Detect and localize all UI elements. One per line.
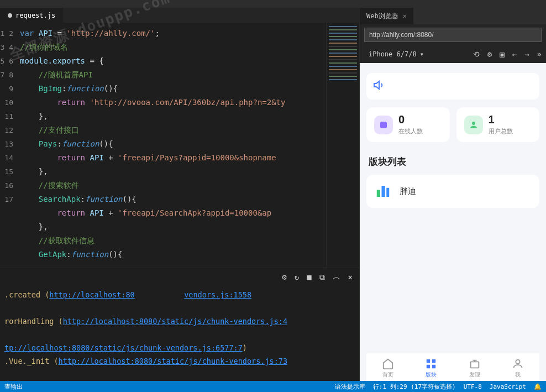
users-count: 1	[489, 114, 513, 125]
board-item[interactable]: 胖迪	[373, 181, 533, 201]
minimap[interactable]	[326, 23, 359, 268]
person-icon	[512, 358, 524, 370]
online-label: 在线人数	[398, 127, 423, 135]
svg-rect-0	[380, 122, 387, 128]
devtools-icon[interactable]: ▣	[500, 50, 504, 59]
board-name: 胖迪	[400, 186, 416, 197]
svg-point-10	[516, 360, 519, 364]
preview-viewport[interactable]: 0 在线人数 1 用户总数 版块列表	[360, 63, 546, 381]
tab-label: request.js	[15, 12, 55, 19]
line-gutter: 1 2 3 4 5 6 7 8 9 10 11 12 13 14 15 16 1…	[0, 23, 17, 268]
forward-icon[interactable]: →	[524, 50, 529, 59]
popout-icon[interactable]: ⧉	[319, 273, 325, 282]
url-input[interactable]	[364, 28, 542, 42]
svg-rect-4	[386, 188, 389, 197]
status-syntax[interactable]: 语法提示库	[335, 383, 365, 391]
svg-rect-2	[377, 190, 380, 197]
status-bar: 查输出 语法提示库 行:1 列:29 (17字符被选择) UTF-8 JavaS…	[0, 381, 546, 392]
board-list: 胖迪	[366, 175, 539, 208]
svg-rect-6	[432, 359, 435, 363]
chevron-up-icon[interactable]: ︿	[333, 272, 340, 282]
cube-icon	[374, 116, 393, 134]
section-title: 版块列表	[369, 155, 537, 168]
status-output[interactable]: 查输出	[4, 383, 23, 391]
svg-rect-8	[432, 365, 435, 368]
code-content[interactable]: var API = 'http://ahlly.com/'; //填你的域名 m…	[17, 23, 326, 268]
browser-tab[interactable]: Web浏览器 ✕	[360, 8, 413, 24]
editor-tab-bar: request.js	[0, 8, 359, 23]
bottom-nav: 首页 版块 发现 我	[366, 353, 539, 381]
online-card[interactable]: 0 在线人数	[366, 107, 450, 142]
user-icon	[464, 116, 483, 134]
nav-home[interactable]: 首页	[382, 358, 394, 379]
browser-toolbar: iPhone 6/7/8 ▾ ⟲ ⚙ ▣ ← → »	[360, 45, 546, 63]
board-icon	[373, 181, 393, 201]
status-encoding[interactable]: UTF-8	[464, 383, 482, 390]
grid-icon	[425, 358, 437, 370]
home-icon	[382, 358, 394, 370]
restart-icon[interactable]: ↻	[295, 273, 299, 281]
svg-rect-5	[427, 359, 430, 363]
svg-rect-3	[382, 186, 385, 197]
svg-point-1	[472, 122, 475, 125]
bug-icon[interactable]: ⚙	[282, 273, 286, 281]
chevron-down-icon: ▾	[420, 50, 424, 58]
more-icon[interactable]: »	[537, 50, 542, 59]
device-selector[interactable]: iPhone 6/7/8 ▾	[364, 48, 428, 60]
status-cursor[interactable]: 行:1 列:29 (17字符被选择)	[373, 383, 456, 391]
close-icon[interactable]: ✕	[403, 12, 407, 20]
preview-header	[366, 73, 539, 100]
nav-boards[interactable]: 版块	[425, 358, 437, 379]
users-label: 用户总数	[489, 127, 513, 135]
code-area[interactable]: 1 2 3 4 5 6 7 8 9 10 11 12 13 14 15 16 1…	[0, 23, 359, 268]
svg-rect-7	[427, 365, 430, 368]
sound-icon[interactable]	[373, 79, 386, 92]
stat-cards: 0 在线人数 1 用户总数	[366, 107, 539, 142]
users-card[interactable]: 1 用户总数	[456, 107, 540, 142]
svg-rect-9	[470, 362, 479, 368]
browser-tab-label: Web浏览器	[366, 12, 398, 21]
close-terminal-icon[interactable]: ✕	[348, 273, 353, 281]
terminal-panel: ⚙ ↻ ■ ⧉ ︿ ✕ .created (http://localhost:8…	[0, 268, 359, 381]
terminal-toolbar: ⚙ ↻ ■ ⧉ ︿ ✕	[0, 268, 359, 286]
back-icon[interactable]: ←	[512, 50, 517, 59]
browser-tabs: Web浏览器 ✕	[360, 8, 546, 24]
top-bar	[0, 0, 546, 8]
rotate-icon[interactable]: ⟲	[473, 50, 480, 59]
status-language[interactable]: JavaScript	[490, 383, 526, 390]
gear-icon[interactable]: ⚙	[487, 50, 492, 59]
browser-panel: Web浏览器 ✕ iPhone 6/7/8 ▾ ⟲ ⚙ ▣ ← → »	[359, 8, 546, 381]
bell-icon[interactable]: 🔔	[534, 383, 542, 390]
nav-discover[interactable]: 发现	[469, 358, 481, 379]
stop-icon[interactable]: ■	[307, 273, 311, 281]
terminal-output[interactable]: .created (http://localhost:80 vendors.js…	[0, 286, 359, 381]
modified-dot-icon	[8, 13, 12, 18]
nav-me[interactable]: 我	[512, 358, 524, 379]
editor-tab[interactable]: request.js	[0, 8, 63, 23]
url-bar	[360, 24, 546, 45]
device-label: iPhone 6/7/8	[369, 50, 417, 58]
online-count: 0	[398, 114, 423, 125]
gift-icon	[469, 358, 481, 370]
